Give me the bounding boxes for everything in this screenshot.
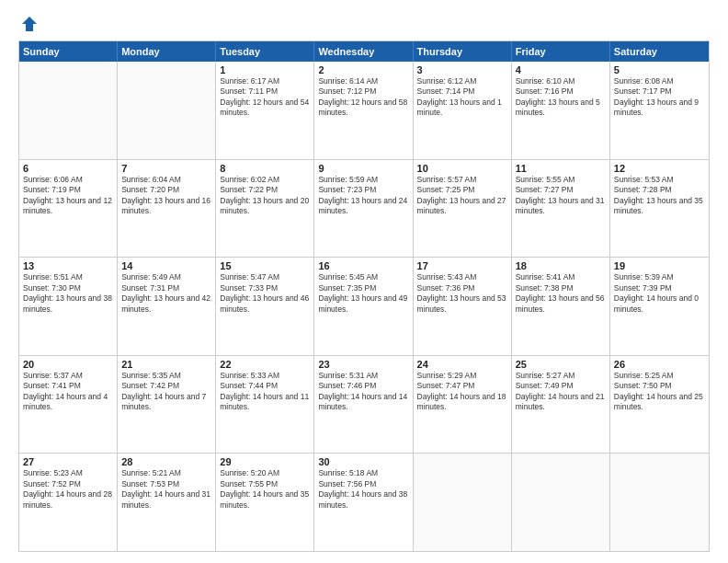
day-info: Sunrise: 5:45 AM Sunset: 7:35 PM Dayligh…: [318, 272, 408, 315]
day-number: 15: [220, 260, 310, 271]
day-number: 24: [417, 359, 507, 370]
day-header-friday: Friday: [512, 41, 610, 62]
day-info: Sunrise: 5:31 AM Sunset: 7:46 PM Dayligh…: [318, 371, 408, 413]
logo-icon: [20, 15, 39, 33]
day-number: 16: [318, 260, 408, 271]
calendar-week-2: 6Sunrise: 6:06 AM Sunset: 7:19 PM Daylig…: [19, 159, 709, 258]
day-info: Sunrise: 5:33 AM Sunset: 7:44 PM Dayligh…: [220, 371, 310, 413]
empty-cell: [610, 454, 709, 551]
day-number: 29: [220, 456, 310, 467]
day-header-sunday: Sunday: [19, 41, 118, 62]
empty-cell: [512, 454, 610, 551]
day-cell-14: 14Sunrise: 5:49 AM Sunset: 7:31 PM Dayli…: [118, 258, 216, 355]
day-cell-4: 4Sunrise: 6:10 AM Sunset: 7:16 PM Daylig…: [512, 62, 610, 159]
day-number: 27: [23, 456, 113, 467]
day-cell-1: 1Sunrise: 6:17 AM Sunset: 7:11 PM Daylig…: [216, 62, 314, 159]
day-info: Sunrise: 5:29 AM Sunset: 7:47 PM Dayligh…: [417, 371, 507, 413]
calendar-header: SundayMondayTuesdayWednesdayThursdayFrid…: [19, 41, 709, 62]
day-info: Sunrise: 5:37 AM Sunset: 7:41 PM Dayligh…: [23, 371, 113, 413]
day-number: 20: [23, 359, 113, 370]
day-cell-17: 17Sunrise: 5:43 AM Sunset: 7:36 PM Dayli…: [414, 258, 512, 355]
day-info: Sunrise: 6:04 AM Sunset: 7:20 PM Dayligh…: [121, 175, 211, 217]
day-cell-16: 16Sunrise: 5:45 AM Sunset: 7:35 PM Dayli…: [314, 258, 413, 355]
calendar-week-3: 13Sunrise: 5:51 AM Sunset: 7:30 PM Dayli…: [19, 257, 709, 355]
day-number: 11: [516, 163, 606, 174]
day-info: Sunrise: 5:51 AM Sunset: 7:30 PM Dayligh…: [23, 272, 113, 315]
day-number: 5: [614, 64, 705, 75]
day-info: Sunrise: 5:39 AM Sunset: 7:39 PM Dayligh…: [614, 272, 705, 315]
day-number: 8: [220, 163, 310, 174]
svg-marker-0: [22, 17, 37, 31]
day-number: 26: [614, 359, 705, 370]
day-number: 21: [121, 359, 211, 370]
empty-cell: [414, 454, 512, 551]
day-cell-21: 21Sunrise: 5:35 AM Sunset: 7:42 PM Dayli…: [118, 356, 216, 454]
day-info: Sunrise: 5:47 AM Sunset: 7:33 PM Dayligh…: [220, 272, 310, 315]
day-info: Sunrise: 6:12 AM Sunset: 7:14 PM Dayligh…: [417, 76, 507, 119]
calendar-week-5: 27Sunrise: 5:23 AM Sunset: 7:52 PM Dayli…: [19, 453, 709, 551]
day-info: Sunrise: 5:57 AM Sunset: 7:25 PM Dayligh…: [417, 175, 507, 217]
empty-cell: [19, 62, 118, 159]
day-number: 9: [318, 163, 408, 174]
day-number: 1: [220, 64, 310, 75]
day-number: 6: [23, 163, 113, 174]
day-number: 10: [417, 163, 507, 174]
day-header-tuesday: Tuesday: [216, 41, 314, 62]
logo: [18, 15, 39, 33]
day-number: 19: [614, 260, 705, 271]
day-number: 3: [417, 64, 507, 75]
day-number: 7: [121, 163, 211, 174]
day-info: Sunrise: 6:17 AM Sunset: 7:11 PM Dayligh…: [220, 76, 310, 119]
day-cell-15: 15Sunrise: 5:47 AM Sunset: 7:33 PM Dayli…: [216, 258, 314, 355]
day-cell-9: 9Sunrise: 5:59 AM Sunset: 7:23 PM Daylig…: [314, 160, 413, 258]
day-cell-19: 19Sunrise: 5:39 AM Sunset: 7:39 PM Dayli…: [610, 258, 709, 355]
day-info: Sunrise: 5:23 AM Sunset: 7:52 PM Dayligh…: [23, 468, 113, 511]
day-cell-6: 6Sunrise: 6:06 AM Sunset: 7:19 PM Daylig…: [19, 160, 118, 258]
day-cell-20: 20Sunrise: 5:37 AM Sunset: 7:41 PM Dayli…: [19, 356, 118, 454]
day-number: 23: [318, 359, 408, 370]
calendar-body: 1Sunrise: 6:17 AM Sunset: 7:11 PM Daylig…: [19, 62, 709, 551]
day-header-wednesday: Wednesday: [314, 41, 413, 62]
day-cell-12: 12Sunrise: 5:53 AM Sunset: 7:28 PM Dayli…: [610, 160, 709, 258]
day-cell-25: 25Sunrise: 5:27 AM Sunset: 7:49 PM Dayli…: [512, 356, 610, 454]
day-info: Sunrise: 5:43 AM Sunset: 7:36 PM Dayligh…: [417, 272, 507, 315]
day-info: Sunrise: 6:08 AM Sunset: 7:17 PM Dayligh…: [614, 76, 705, 119]
day-info: Sunrise: 6:06 AM Sunset: 7:19 PM Dayligh…: [23, 175, 113, 217]
day-info: Sunrise: 5:55 AM Sunset: 7:27 PM Dayligh…: [516, 175, 606, 217]
day-number: 25: [516, 359, 606, 370]
day-info: Sunrise: 5:20 AM Sunset: 7:55 PM Dayligh…: [220, 468, 310, 511]
day-cell-8: 8Sunrise: 6:02 AM Sunset: 7:22 PM Daylig…: [216, 160, 314, 258]
day-number: 17: [417, 260, 507, 271]
day-info: Sunrise: 6:02 AM Sunset: 7:22 PM Dayligh…: [220, 175, 310, 217]
day-number: 18: [516, 260, 606, 271]
page: SundayMondayTuesdayWednesdayThursdayFrid…: [0, 0, 728, 563]
day-info: Sunrise: 5:49 AM Sunset: 7:31 PM Dayligh…: [121, 272, 211, 315]
day-info: Sunrise: 5:18 AM Sunset: 7:56 PM Dayligh…: [318, 468, 408, 511]
day-cell-2: 2Sunrise: 6:14 AM Sunset: 7:12 PM Daylig…: [314, 62, 413, 159]
day-cell-26: 26Sunrise: 5:25 AM Sunset: 7:50 PM Dayli…: [610, 356, 709, 454]
day-info: Sunrise: 6:10 AM Sunset: 7:16 PM Dayligh…: [516, 76, 606, 119]
day-cell-27: 27Sunrise: 5:23 AM Sunset: 7:52 PM Dayli…: [19, 454, 118, 551]
day-cell-18: 18Sunrise: 5:41 AM Sunset: 7:38 PM Dayli…: [512, 258, 610, 355]
day-header-thursday: Thursday: [414, 41, 512, 62]
day-info: Sunrise: 5:27 AM Sunset: 7:49 PM Dayligh…: [516, 371, 606, 413]
header: [18, 15, 710, 33]
day-cell-29: 29Sunrise: 5:20 AM Sunset: 7:55 PM Dayli…: [216, 454, 314, 551]
day-info: Sunrise: 5:41 AM Sunset: 7:38 PM Dayligh…: [516, 272, 606, 315]
day-cell-5: 5Sunrise: 6:08 AM Sunset: 7:17 PM Daylig…: [610, 62, 709, 159]
day-info: Sunrise: 5:53 AM Sunset: 7:28 PM Dayligh…: [614, 175, 705, 217]
day-number: 22: [220, 359, 310, 370]
day-info: Sunrise: 6:14 AM Sunset: 7:12 PM Dayligh…: [318, 76, 408, 119]
day-cell-7: 7Sunrise: 6:04 AM Sunset: 7:20 PM Daylig…: [118, 160, 216, 258]
day-cell-11: 11Sunrise: 5:55 AM Sunset: 7:27 PM Dayli…: [512, 160, 610, 258]
day-cell-13: 13Sunrise: 5:51 AM Sunset: 7:30 PM Dayli…: [19, 258, 118, 355]
day-number: 2: [318, 64, 408, 75]
day-cell-22: 22Sunrise: 5:33 AM Sunset: 7:44 PM Dayli…: [216, 356, 314, 454]
calendar: SundayMondayTuesdayWednesdayThursdayFrid…: [18, 40, 710, 552]
day-number: 13: [23, 260, 113, 271]
day-cell-24: 24Sunrise: 5:29 AM Sunset: 7:47 PM Dayli…: [414, 356, 512, 454]
day-cell-30: 30Sunrise: 5:18 AM Sunset: 7:56 PM Dayli…: [314, 454, 413, 551]
day-number: 4: [516, 64, 606, 75]
day-info: Sunrise: 5:25 AM Sunset: 7:50 PM Dayligh…: [614, 371, 705, 413]
day-info: Sunrise: 5:35 AM Sunset: 7:42 PM Dayligh…: [121, 371, 211, 413]
